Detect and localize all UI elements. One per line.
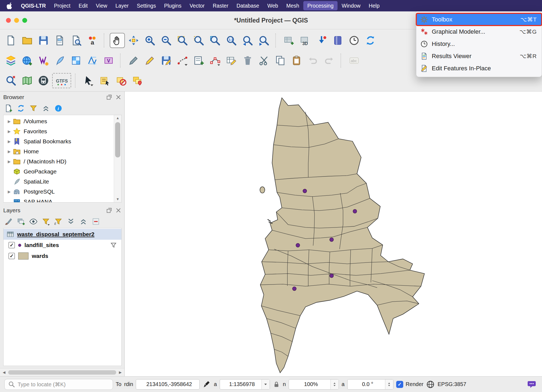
scrollbar-thumb[interactable] (8, 370, 116, 375)
menubar-item-raster[interactable]: Raster (209, 1, 232, 10)
menubar-item-view[interactable]: View (92, 1, 111, 10)
scale-combobox[interactable]: 1:1356978 (220, 379, 270, 390)
scroll-right-icon[interactable]: ▶ (117, 370, 123, 374)
deselect-button[interactable] (114, 73, 129, 88)
layers-expand-all-icon[interactable] (66, 216, 76, 227)
render-toggle[interactable]: ✓ Render (396, 381, 424, 388)
zoom-layer-button[interactable] (207, 33, 223, 48)
zoom-native-button[interactable]: 1:1 (224, 33, 239, 48)
browser-refresh-icon[interactable] (16, 103, 26, 113)
project-new-button[interactable] (3, 33, 18, 48)
processing-menu-item-history[interactable]: History... (416, 38, 542, 50)
layer-filter-indicator-icon[interactable] (110, 242, 117, 249)
copy-button[interactable] (273, 53, 288, 68)
float-panel-icon[interactable] (106, 94, 112, 100)
menubar-item-plugins[interactable]: Plugins (160, 1, 185, 10)
panel-horizontal-scrollbar[interactable]: ◀ ▶ (0, 368, 124, 376)
refresh-button[interactable] (363, 33, 378, 48)
menubar-item-window[interactable]: Window (338, 1, 364, 10)
menubar-item-edit[interactable]: Edit (74, 1, 92, 10)
data-source-manager-button[interactable] (3, 53, 18, 68)
coordinate-input[interactable]: 2134105,-3958642 (136, 379, 200, 390)
processing-menu-item-graphical-modeler[interactable]: Graphical Modeler...⌥⌘G (416, 26, 542, 38)
zoom-out-button[interactable] (159, 33, 174, 48)
processing-menu-item-toolbox[interactable]: Toolbox⌥⌘T (416, 13, 542, 26)
zoom-selection-button[interactable] (191, 33, 206, 48)
add-globe-layer-button[interactable] (20, 53, 35, 68)
crs-label[interactable]: EPSG:3857 (437, 381, 466, 387)
form-add-button[interactable] (191, 53, 206, 68)
menubar-item-database[interactable]: Database (232, 1, 263, 10)
zoom-next-button[interactable] (256, 33, 272, 48)
pan-selection-button[interactable] (126, 33, 141, 48)
expand-arrow-icon[interactable]: ▶ (6, 129, 13, 134)
virtual-layer-button[interactable]: V (101, 53, 116, 68)
project-save-button[interactable] (36, 33, 51, 48)
mouse-position-icon[interactable] (202, 380, 211, 389)
close-window-button[interactable] (6, 18, 11, 23)
bus-button[interactable] (36, 73, 51, 88)
layers-collapse-all-icon[interactable] (78, 216, 89, 227)
layout-new-button[interactable] (52, 33, 67, 48)
messages-icon[interactable] (526, 380, 538, 389)
temporal-arrow-button[interactable] (314, 33, 329, 48)
locate-search-input[interactable]: Type to locate (⌘K) (4, 379, 113, 390)
new-vector-button[interactable] (36, 53, 51, 68)
browser-item-volumes[interactable]: ▶/Volumes (4, 116, 121, 126)
layer-visibility-checkbox[interactable]: ✓ (8, 253, 15, 259)
gtfs-button[interactable]: GTFS (52, 73, 71, 88)
expand-arrow-icon[interactable]: ▶ (6, 149, 13, 154)
minimize-window-button[interactable] (14, 18, 19, 23)
crs-globe-icon[interactable] (426, 380, 435, 389)
undo-button[interactable] (305, 53, 320, 68)
scissors-button[interactable] (256, 53, 272, 68)
menubar-item-settings[interactable]: Settings (133, 1, 160, 10)
style-manager-button[interactable]: a (85, 33, 100, 48)
label-abc-button[interactable]: abc (346, 53, 362, 68)
browser-page-add-icon[interactable] (3, 103, 14, 113)
stepper-arrows-icon[interactable] (330, 380, 339, 389)
map-3d-new-button[interactable]: 3D (298, 33, 313, 48)
layers-eye-icon[interactable] (28, 216, 39, 227)
lock-scale-icon[interactable] (273, 381, 280, 388)
layer-visibility-checkbox[interactable]: ✓ (8, 242, 15, 248)
expand-arrow-icon[interactable]: ▶ (6, 119, 13, 124)
menubar-item-web[interactable]: Web (263, 1, 282, 10)
render-checkbox[interactable]: ✓ (396, 381, 403, 388)
cursor-select-button[interactable] (81, 73, 96, 88)
vertex-tool-button[interactable] (207, 53, 223, 68)
menubar-item-mesh[interactable]: Mesh (282, 1, 303, 10)
metasearch-button[interactable] (3, 73, 18, 88)
scroll-up-icon[interactable]: ▲ (114, 115, 121, 121)
pan-button[interactable] (110, 33, 125, 48)
map-tools-button[interactable] (20, 73, 35, 88)
layers-remove-layer-icon[interactable] (91, 216, 101, 227)
menubar-item-layer[interactable]: Layer (111, 1, 133, 10)
attr-edit-button[interactable] (224, 53, 239, 68)
browser-collapse-all-icon[interactable] (41, 103, 51, 113)
browser-item-spatialite[interactable]: SpatiaLite (4, 176, 121, 186)
browser-scrollbar[interactable]: ▲ ▼ (114, 115, 121, 202)
browser-funnel-icon[interactable] (28, 103, 39, 113)
browser-item-favorites[interactable]: ▶Favorites (4, 126, 121, 136)
magnifier-spinbox[interactable]: 100% (289, 379, 339, 390)
processing-menu-item-edit-features-in-place[interactable]: Edit Features In-Place (416, 62, 542, 74)
expand-arrow-icon[interactable]: ▶ (6, 139, 13, 144)
squares-pin-button[interactable] (130, 73, 145, 88)
map-canvas[interactable] (124, 91, 542, 376)
expand-arrow-icon[interactable]: ▶ (6, 159, 13, 164)
paste-button[interactable] (289, 53, 304, 68)
menubar-item-vector[interactable]: Vector (185, 1, 209, 10)
browser-tree[interactable]: ▶/Volumes▶Favorites▶Spatial Bookmarks▶Ho… (3, 115, 122, 203)
redo-button[interactable] (322, 53, 337, 68)
zoom-window-button[interactable] (22, 18, 27, 23)
browser-item-geopackage[interactable]: GeoPackage (4, 166, 121, 176)
map-view-new-button[interactable] (281, 33, 297, 48)
save-edits-button[interactable] (159, 53, 174, 68)
project-open-button[interactable] (20, 33, 35, 48)
menubar-item-project[interactable]: Project (50, 1, 75, 10)
clock-button[interactable] (346, 33, 362, 48)
layers-brush-icon[interactable] (3, 216, 14, 227)
toggle-editing-button[interactable] (142, 53, 157, 68)
stepper-arrows-icon[interactable] (385, 380, 393, 389)
